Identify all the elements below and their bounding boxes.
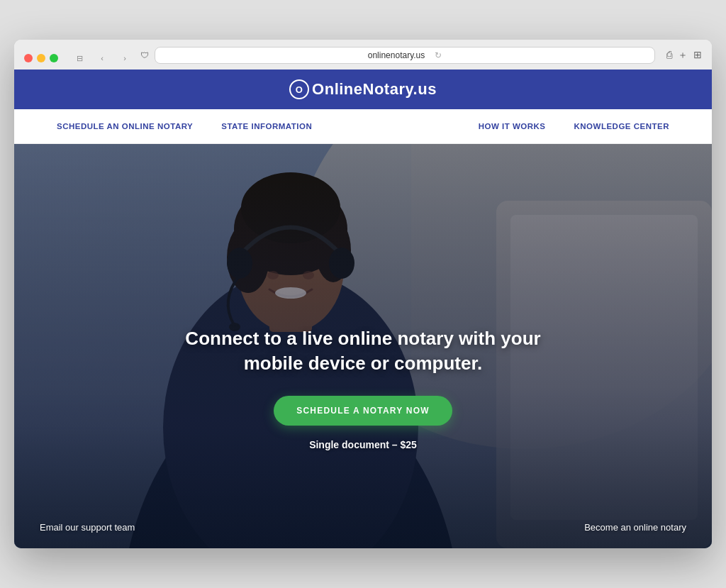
nav-item-state[interactable]: STATE INFORMATION bbox=[207, 109, 326, 143]
logo-icon: O bbox=[289, 79, 309, 99]
hero-content: Connect to a live online notary with you… bbox=[164, 326, 562, 451]
hero-subtext: Single document – $25 bbox=[309, 439, 417, 450]
browser-window: ⊟ ‹ › 🛡 onlinenotary.us ↻ ⎙ ＋ ⊞ bbox=[14, 40, 712, 548]
become-notary-link[interactable]: Become an online notary bbox=[584, 522, 686, 533]
traffic-lights bbox=[24, 54, 58, 62]
sidebar-toggle[interactable]: ⊟ bbox=[71, 51, 88, 65]
browser-actions: ⎙ ＋ ⊞ bbox=[666, 49, 702, 62]
email-support-link[interactable]: Email our support team bbox=[40, 522, 135, 533]
maximize-button[interactable] bbox=[50, 54, 58, 62]
grid-icon[interactable]: ⊞ bbox=[693, 49, 702, 62]
logo-text: OnlineNotary.us bbox=[312, 80, 437, 99]
url-text: onlinenotary.us bbox=[368, 50, 425, 60]
reload-icon[interactable]: ↻ bbox=[435, 50, 442, 60]
close-button[interactable] bbox=[24, 54, 33, 62]
security-icon: 🛡 bbox=[140, 50, 149, 60]
browser-titlebar: ⊟ ‹ › 🛡 onlinenotary.us ↻ ⎙ ＋ ⊞ bbox=[24, 47, 702, 70]
new-tab-icon[interactable]: ＋ bbox=[678, 49, 688, 62]
nav-right: HOW IT WORKS KNOWLEDGE CENTER bbox=[464, 109, 683, 143]
site-header: O OnlineNotary.us bbox=[14, 70, 712, 109]
hero-headline: Connect to a live online notary with you… bbox=[179, 326, 547, 376]
share-icon[interactable]: ⎙ bbox=[666, 49, 672, 62]
nav-item-schedule[interactable]: SCHEDULE AN ONLINE NOTARY bbox=[43, 109, 207, 143]
browser-chrome: ⊟ ‹ › 🛡 onlinenotary.us ↻ ⎙ ＋ ⊞ bbox=[14, 40, 712, 70]
minimize-button[interactable] bbox=[37, 54, 45, 62]
site-nav: SCHEDULE AN ONLINE NOTARY STATE INFORMAT… bbox=[14, 109, 712, 144]
website: O OnlineNotary.us SCHEDULE AN ONLINE NOT… bbox=[14, 70, 712, 548]
address-bar[interactable]: onlinenotary.us ↻ bbox=[155, 47, 655, 64]
nav-left: SCHEDULE AN ONLINE NOTARY STATE INFORMAT… bbox=[43, 109, 326, 143]
forward-button[interactable]: › bbox=[116, 51, 133, 65]
browser-controls: ⊟ ‹ › bbox=[71, 51, 133, 65]
hero-footer: Email our support team Become an online … bbox=[14, 522, 712, 533]
nav-item-knowledge[interactable]: KNOWLEDGE CENTER bbox=[560, 109, 684, 143]
hero-section: Connect to a live online notary with you… bbox=[14, 144, 712, 548]
site-logo: O OnlineNotary.us bbox=[14, 79, 712, 99]
schedule-notary-button[interactable]: SCHEDULE A NOTARY NOW bbox=[274, 396, 452, 426]
nav-item-how[interactable]: HOW IT WORKS bbox=[464, 109, 560, 143]
back-button[interactable]: ‹ bbox=[94, 51, 111, 65]
